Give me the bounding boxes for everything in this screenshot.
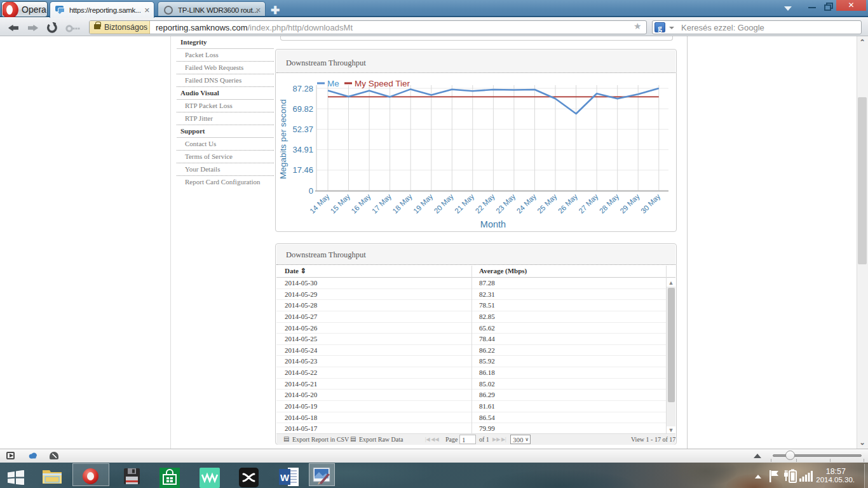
- svg-text:27 May: 27 May: [577, 193, 599, 215]
- svg-text:23 May: 23 May: [494, 193, 517, 215]
- svg-text:14 May: 14 May: [308, 193, 330, 215]
- svg-text:24 May: 24 May: [515, 193, 538, 215]
- svg-text:17.46: 17.46: [292, 165, 313, 175]
- svg-text:22 May: 22 May: [474, 193, 496, 215]
- svg-text:21 May: 21 May: [453, 193, 475, 215]
- svg-text:25 May: 25 May: [536, 193, 558, 215]
- svg-text:87.28: 87.28: [292, 84, 313, 93]
- svg-text:19 May: 19 May: [412, 193, 434, 215]
- svg-text:Month: Month: [480, 219, 506, 229]
- svg-text:Megabits per second: Megabits per second: [278, 99, 288, 179]
- svg-text:Me: Me: [327, 79, 339, 88]
- svg-text:52.37: 52.37: [292, 125, 313, 134]
- svg-text:30 May: 30 May: [639, 193, 661, 215]
- svg-text:28 May: 28 May: [598, 193, 620, 215]
- svg-text:20 May: 20 May: [433, 193, 455, 215]
- svg-text:18 May: 18 May: [391, 193, 413, 215]
- svg-text:My Speed Tier: My Speed Tier: [355, 79, 410, 88]
- svg-text:17 May: 17 May: [370, 193, 393, 215]
- svg-text:W: W: [280, 472, 290, 483]
- svg-text:0: 0: [309, 186, 313, 196]
- svg-text:34.91: 34.91: [292, 145, 313, 154]
- svg-text:15 May: 15 May: [329, 193, 351, 215]
- svg-text:26 May: 26 May: [557, 193, 579, 215]
- svg-text:16 May: 16 May: [349, 193, 372, 215]
- svg-text:29 May: 29 May: [618, 193, 641, 215]
- svg-text:69.82: 69.82: [292, 104, 313, 114]
